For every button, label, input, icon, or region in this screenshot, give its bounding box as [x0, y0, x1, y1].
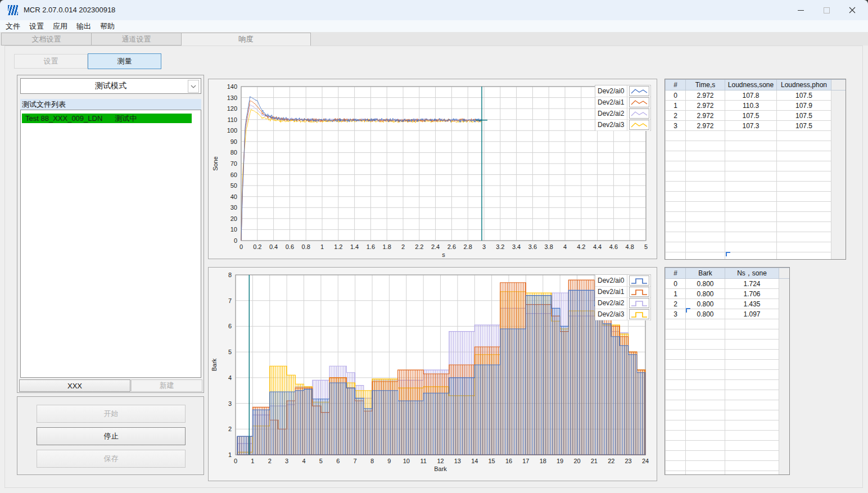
svg-text:70: 70: [230, 160, 237, 167]
svg-text:130: 130: [227, 94, 237, 101]
table-cell: [666, 461, 686, 471]
table-row: 20.8001.435: [666, 299, 790, 309]
stop-button[interactable]: 停止: [37, 427, 186, 445]
table-cell: [686, 431, 725, 441]
svg-text:4.4: 4.4: [593, 243, 602, 250]
table-row: [666, 242, 846, 252]
legend-row: Dev2/ai0: [595, 85, 650, 97]
table-row: [666, 400, 790, 410]
specific-loudness-chart[interactable]: 0123456789101112131415161718192021222324…: [208, 267, 657, 481]
svg-text:7: 7: [228, 297, 232, 304]
tab-3[interactable]: 响度: [181, 33, 311, 46]
table-cell: [666, 161, 686, 171]
list-item-active-test[interactable]: Test 88_XXX_009_LDN测试中: [22, 114, 192, 123]
loudness-chart-legend: Dev2/ai0Dev2/ai1Dev2/ai2Dev2/ai3: [595, 85, 651, 131]
svg-text:Bark: Bark: [434, 465, 447, 472]
line-series-icon: [629, 97, 649, 107]
svg-text:4: 4: [302, 458, 305, 464]
table-cell: [666, 182, 686, 192]
menu-item-2[interactable]: 设置: [29, 21, 44, 31]
svg-text:100: 100: [227, 127, 237, 134]
svg-text:0.8: 0.8: [302, 243, 310, 250]
table-cell: [666, 319, 686, 329]
legend-icon-cell: [627, 108, 650, 120]
svg-text:4.8: 4.8: [626, 243, 634, 250]
svg-text:4.2: 4.2: [577, 243, 585, 250]
cell-selection-mark: [686, 308, 690, 313]
table-cell: [686, 410, 725, 420]
table-cell: [686, 340, 725, 350]
table-cell: [666, 151, 686, 161]
legend-icon-cell: [627, 286, 650, 298]
subtab-measure[interactable]: 测量: [88, 53, 161, 69]
minimize-button[interactable]: [788, 0, 813, 20]
table-row: [666, 410, 790, 420]
close-button[interactable]: [839, 0, 865, 20]
maximize-button[interactable]: [813, 0, 839, 20]
svg-text:2: 2: [401, 243, 405, 250]
legend-row: Dev2/ai2: [595, 297, 650, 309]
svg-text:30: 30: [230, 204, 237, 211]
loudness-time-chart[interactable]: 00.20.40.60.811.21.41.61.822.22.42.62.83…: [208, 79, 657, 259]
svg-text:1.2: 1.2: [334, 243, 342, 250]
svg-text:2.2: 2.2: [415, 243, 423, 250]
legend-row: Dev2/ai2: [595, 108, 650, 119]
xxx-button[interactable]: XXX: [19, 379, 130, 392]
table-row: [666, 420, 790, 431]
table-cell: [725, 141, 777, 151]
table-cell: [666, 141, 686, 151]
test-mode-select[interactable]: 测试模式: [20, 78, 201, 94]
svg-text:20: 20: [230, 215, 237, 222]
svg-text:16: 16: [505, 458, 512, 464]
table-cell: 0: [666, 91, 686, 101]
svg-text:6: 6: [228, 323, 232, 329]
menu-item-3[interactable]: 应用: [53, 21, 67, 31]
table-cell: [686, 212, 725, 222]
svg-text:1.8: 1.8: [383, 243, 391, 250]
subtab-settings: 设置: [14, 54, 88, 69]
svg-text:3: 3: [482, 243, 486, 250]
menu-item-5[interactable]: 帮助: [100, 21, 115, 31]
legend-row: Dev2/ai1: [595, 286, 650, 297]
svg-text:7: 7: [354, 458, 357, 464]
table-cell: [686, 222, 725, 232]
table-cell: [666, 202, 686, 212]
table-cell: [725, 131, 777, 141]
data-table: #BarkNs，sone00.8001.72410.8001.70620.800…: [665, 268, 790, 475]
table-cell: [777, 252, 831, 260]
menu-item-1[interactable]: 文件: [6, 21, 20, 31]
table-cell: [686, 192, 725, 202]
table-cell: 0.800: [686, 299, 725, 309]
table-row: [666, 182, 846, 192]
table-row: [666, 222, 846, 232]
column-header: Time,s: [686, 80, 725, 91]
chevron-down-icon: [188, 80, 199, 93]
table-cell: 107.5: [725, 111, 777, 121]
menu-item-4[interactable]: 输出: [76, 21, 91, 31]
table-cell: [666, 212, 686, 222]
data-table: #Time,sLoudness,soneLoudness,phon02.9721…: [665, 79, 846, 260]
svg-text:2.8: 2.8: [464, 243, 472, 250]
app-window: MCR 2.07.0.014 202300918 文件设置应用输出帮助 文档设置…: [0, 0, 868, 493]
step-series-icon: [629, 309, 649, 319]
table-cell: [725, 212, 777, 222]
table-cell: [686, 390, 725, 400]
table-cell: [777, 171, 831, 182]
svg-text:3.4: 3.4: [512, 243, 521, 250]
table-cell: [666, 252, 686, 260]
menu-bar: 文件设置应用输出帮助: [0, 20, 868, 33]
table-row: [666, 141, 846, 151]
svg-text:90: 90: [230, 138, 237, 145]
column-header: #: [666, 268, 686, 279]
table-cell: [725, 441, 779, 451]
svg-text:4: 4: [563, 243, 567, 250]
legend-row: Dev2/ai3: [595, 119, 650, 130]
svg-text:80: 80: [230, 149, 237, 156]
svg-text:5: 5: [644, 243, 648, 250]
line-series-icon: [629, 86, 649, 96]
table-row: 30.8001.097: [666, 309, 790, 319]
table-row: [666, 319, 790, 329]
table-cell: [686, 161, 725, 171]
table-cell: [666, 380, 686, 390]
table-cell: [686, 182, 725, 192]
